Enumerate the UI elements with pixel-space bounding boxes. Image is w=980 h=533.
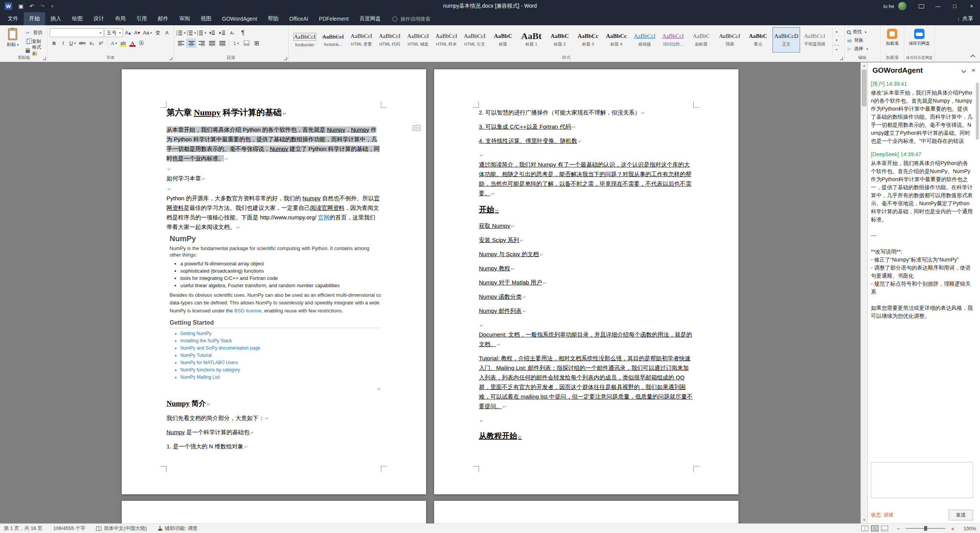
- style-item[interactable]: AaBbCcIfontborder: [291, 27, 318, 52]
- page-3[interactable]: [122, 501, 426, 523]
- tab-references[interactable]: 引用: [131, 12, 152, 25]
- tab-design[interactable]: 设计: [88, 12, 109, 25]
- save-to-netdisk-button[interactable]: 保存到网盘: [906, 27, 932, 46]
- send-button[interactable]: 发送: [949, 510, 973, 520]
- style-item[interactable]: AaBbCcIHTML 键盘: [404, 27, 432, 52]
- zoom-percentage[interactable]: 100%: [960, 526, 976, 531]
- styles-dialog-launcher-icon[interactable]: [840, 57, 843, 60]
- ribbon-display-options-icon[interactable]: [919, 4, 924, 8]
- tab-help[interactable]: 帮助: [263, 12, 284, 25]
- multilevel-list-button[interactable]: ▾: [197, 28, 206, 37]
- collapse-ribbon-icon[interactable]: [970, 54, 975, 59]
- page-1[interactable]: 第六章 Numpy 科学计算的基础↵ 从本章开始，我们将具体介绍 Python …: [122, 69, 426, 494]
- word-logo-icon[interactable]: W: [5, 2, 12, 10]
- cut-button[interactable]: ✂剪切: [25, 29, 45, 36]
- character-border-button[interactable]: Ⓐ: [137, 39, 146, 47]
- borders-button[interactable]: ⊞: [252, 39, 261, 47]
- gallery-down-button[interactable]: ▼: [833, 36, 841, 45]
- style-item[interactable]: AaBbC标题 2: [546, 27, 573, 52]
- bullets-button[interactable]: ▾: [176, 28, 186, 37]
- italic-button[interactable]: I: [59, 39, 67, 47]
- web-link[interactable]: NumPy for MATLAB© Users: [180, 360, 381, 366]
- clear-formatting-button[interactable]: A: [163, 28, 171, 37]
- addins-button[interactable]: 加载项: [883, 27, 902, 46]
- scroll-up-icon[interactable]: ▲: [861, 62, 867, 69]
- find-button[interactable]: 查找▾: [847, 29, 878, 35]
- style-item[interactable]: AaBbCc标题 4: [603, 27, 630, 52]
- agent-input[interactable]: [871, 462, 973, 498]
- panel-collapse-icon[interactable]: [961, 68, 966, 73]
- undo-icon[interactable]: ↶: [29, 3, 34, 9]
- tab-layout[interactable]: 布局: [109, 12, 131, 25]
- zoom-slider[interactable]: [906, 528, 946, 529]
- hyperlink[interactable]: 官网: [318, 214, 330, 221]
- style-item[interactable]: AaBt标题 1: [518, 27, 545, 52]
- web-link[interactable]: Getting NumPy: [180, 330, 381, 337]
- tab-home[interactable]: 开始: [24, 12, 45, 25]
- qat-customize-icon[interactable]: ▾: [51, 3, 54, 9]
- style-item[interactable]: AaBbC要点: [744, 27, 772, 52]
- web-link[interactable]: NumPy Tutorial: [180, 352, 381, 359]
- font-dialog-launcher-icon[interactable]: [169, 57, 172, 60]
- web-link[interactable]: NumPy Mailing List: [180, 374, 381, 381]
- paragraph-dialog-launcher-icon[interactable]: [284, 57, 287, 60]
- page-2[interactable]: 2. 可以智慧的进行广播操作（可能大家现在不理解，但没关系）↵ 3. 可以集成 …: [434, 69, 738, 494]
- style-item-selected[interactable]: AaBbCcD正文: [773, 27, 800, 52]
- tab-mailings[interactable]: 邮件: [152, 12, 174, 25]
- web-layout-icon[interactable]: [881, 526, 888, 531]
- user-name[interactable]: lu he: [884, 3, 894, 9]
- zoom-thumb[interactable]: [924, 526, 927, 531]
- gallery-up-button[interactable]: ▲: [833, 27, 841, 36]
- scroll-thumb[interactable]: [862, 70, 867, 106]
- tab-view[interactable]: 视图: [195, 12, 217, 25]
- align-left-button[interactable]: [176, 39, 186, 47]
- gallery-more-button[interactable]: ▾: [833, 45, 841, 54]
- underline-button[interactable]: U▾: [68, 39, 77, 47]
- shrink-font-button[interactable]: A▾: [133, 28, 141, 37]
- panel-scroll-thumb[interactable]: [976, 82, 979, 140]
- superscript-button[interactable]: x²: [97, 39, 105, 47]
- hyperlink[interactable]: BSD license: [234, 308, 261, 314]
- style-item[interactable]: AaBbCcI强调: [716, 27, 743, 52]
- tab-review[interactable]: 审阅: [174, 12, 195, 25]
- style-item[interactable]: AaBbCcIHTML 样本: [433, 27, 460, 52]
- subscript-button[interactable]: x₂: [88, 39, 96, 47]
- tab-file[interactable]: 文件: [2, 12, 24, 25]
- style-item[interactable]: AaBbCcI不明显强调: [801, 27, 828, 52]
- numbering-button[interactable]: ▾: [186, 28, 196, 37]
- tab-officeai[interactable]: OfficeAI: [284, 12, 314, 25]
- phonetic-guide-button[interactable]: 变: [154, 28, 162, 37]
- web-link[interactable]: NumPy functions by category: [180, 367, 381, 373]
- page-4[interactable]: [434, 501, 738, 523]
- status-word-count[interactable]: 106/4555 个字: [53, 525, 85, 532]
- grow-font-button[interactable]: A▴: [124, 28, 132, 37]
- search-input[interactable]: [400, 16, 450, 22]
- decrease-indent-button[interactable]: [207, 28, 217, 37]
- paste-button[interactable]: 粘贴▾: [3, 27, 23, 54]
- line-spacing-button[interactable]: ↕▾: [231, 39, 241, 47]
- style-item[interactable]: AaBbCc标题 3: [574, 27, 602, 52]
- replace-button[interactable]: ab替换: [847, 37, 878, 44]
- tab-gowordagent[interactable]: GOWordAgent: [217, 12, 263, 25]
- read-mode-icon[interactable]: [861, 526, 868, 531]
- change-case-button[interactable]: Aa▾: [142, 28, 153, 37]
- style-item[interactable]: AaBbCcIHTML 引文: [461, 27, 488, 52]
- print-layout-icon[interactable]: [871, 526, 878, 531]
- shading-button[interactable]: [242, 39, 251, 47]
- web-link[interactable]: Installing the SciPy Stack: [180, 338, 381, 344]
- style-item[interactable]: AaBbCcI超链接: [631, 27, 658, 52]
- share-button[interactable]: ↑ 共享: [951, 12, 980, 25]
- style-item[interactable]: AaBbCcIHTML 变量: [348, 27, 375, 52]
- font-color-button[interactable]: A: [128, 39, 137, 47]
- font-name-select[interactable]: ▾: [50, 28, 104, 37]
- style-item[interactable]: AaBbC标题: [489, 27, 517, 52]
- document-vertical-scrollbar[interactable]: ▲ ▼: [861, 62, 867, 523]
- text-effects-button[interactable]: A▾: [109, 39, 118, 47]
- tab-insert[interactable]: 插入: [45, 12, 67, 25]
- minimize-button[interactable]: —: [929, 0, 946, 12]
- panel-close-icon[interactable]: ×: [972, 67, 975, 74]
- sort-button[interactable]: A↓: [228, 28, 237, 37]
- bold-button[interactable]: B: [50, 39, 58, 47]
- tab-baidupan[interactable]: 百度网盘: [354, 12, 386, 25]
- tab-pdfelement[interactable]: PDFelement: [314, 12, 354, 25]
